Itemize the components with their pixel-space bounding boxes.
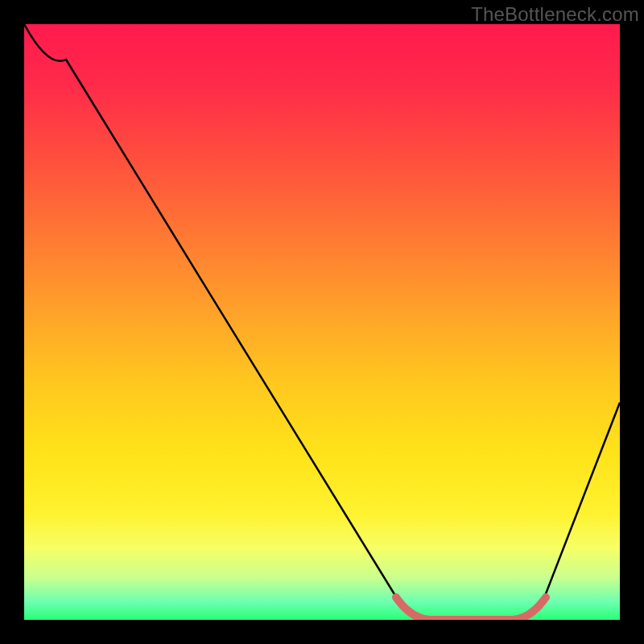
highlight-segment [396, 597, 546, 620]
chart-frame: TheBottleneck.com [0, 0, 644, 644]
main-curve [24, 24, 620, 620]
plot-area [24, 24, 620, 620]
curve-svg [24, 24, 620, 620]
watermark-text: TheBottleneck.com [471, 3, 639, 26]
